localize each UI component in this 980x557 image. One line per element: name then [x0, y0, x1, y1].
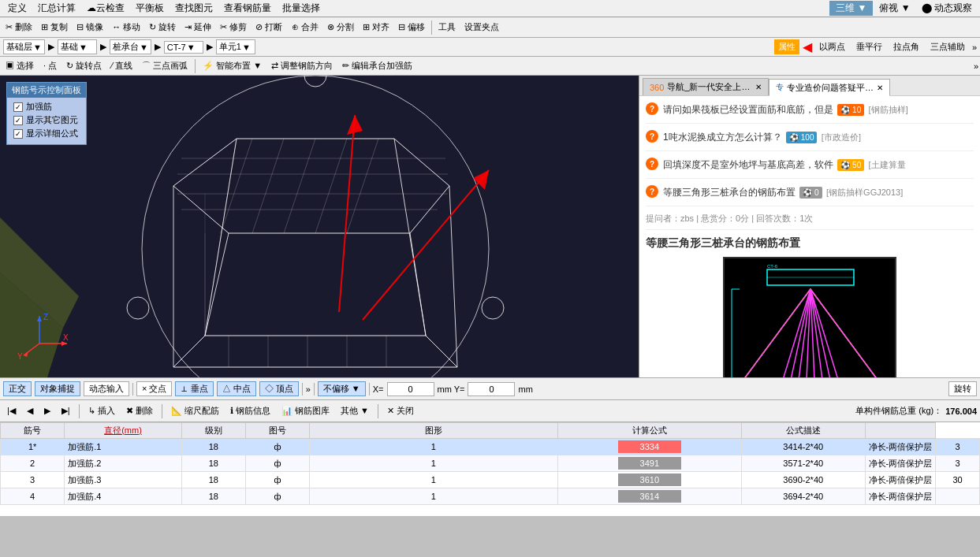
btn-rebar-chart[interactable]: 📊 钢筋图库	[278, 403, 333, 418]
cell-id: 2	[1, 455, 65, 472]
btn-insert-row[interactable]: ↳ 插入	[84, 403, 119, 418]
menu-batch-select[interactable]: 批量选择	[278, 1, 325, 16]
layer-dropdown-2[interactable]: 基础▼	[58, 39, 97, 54]
btn-prev[interactable]: ◀	[23, 404, 37, 418]
btn-move[interactable]: ↔ 移动	[108, 20, 144, 35]
btn-delete-row[interactable]: ✖ 删除	[122, 403, 157, 418]
btn-delete[interactable]: ✂ 删除	[2, 20, 36, 35]
more-snap[interactable]: »	[974, 61, 978, 71]
checkbox-3[interactable]	[13, 129, 23, 139]
btn-close-panel[interactable]: ✕ 关闭	[383, 403, 418, 418]
qa-icon-1: ?	[646, 102, 658, 115]
btn-pull-angle[interactable]: 拉点角	[889, 39, 923, 54]
btn-three-point[interactable]: 三点辅助	[926, 39, 969, 54]
btn-break[interactable]: ⊘ 打断	[252, 20, 286, 35]
cell-shape: 3334	[557, 439, 741, 455]
btn-last[interactable]: ▶|	[58, 404, 74, 418]
btn-set-grip[interactable]: 设置夹点	[460, 20, 503, 35]
btn-parallel[interactable]: 垂平行	[852, 39, 886, 54]
cell-diameter: 18	[181, 472, 245, 488]
btn-offset[interactable]: ⊟ 偏移	[394, 20, 429, 35]
tab-360[interactable]: 360 导航_新一代安全上网导航 ✕	[643, 78, 769, 95]
btn-mirror[interactable]: ⊟ 镜像	[73, 20, 107, 35]
qa-text-1: 请问如果筏板已经设置面筋和底筋，但是 ⚽ 10 [钢筋抽样]	[663, 102, 974, 117]
cell-grade: ф	[245, 439, 309, 455]
cell-name: 加强筋.3	[65, 472, 181, 488]
tab-glodon-close[interactable]: ✕	[877, 84, 883, 92]
table-row: 2 加强筋.2 18 ф 1 3491 3571-2*40 净长-两倍保护层 3	[1, 455, 980, 472]
x-unit: mm Y=	[438, 384, 465, 394]
cell-diameter: 18	[181, 488, 245, 505]
btn-extend[interactable]: ⇥ 延伸	[181, 20, 215, 35]
btn-trim[interactable]: ✂ 修剪	[216, 20, 251, 35]
th-desc: 公式描述	[741, 423, 865, 439]
btn-line[interactable]: ∕ 直线	[107, 58, 136, 73]
btn-intersect[interactable]: × 交点	[136, 381, 172, 396]
btn-split[interactable]: ⊗ 分割	[323, 20, 358, 35]
btn-smart-layout[interactable]: ⚡ 智能布置 ▼	[199, 58, 266, 73]
layer-dropdown-4[interactable]: CT-7▼	[164, 41, 203, 54]
cad-3d-viewport: 2 Z X Y	[0, 76, 639, 377]
more-snap-btn[interactable]: »	[306, 384, 311, 394]
layer-dropdown-1[interactable]: 基础层▼	[3, 39, 45, 54]
btn-rebar-info[interactable]: ℹ 钢筋信息	[226, 403, 274, 418]
menu-calc[interactable]: 汇总计算	[33, 1, 80, 16]
btn-object-snap[interactable]: 对象捕捉	[35, 381, 80, 396]
cell-extra	[936, 488, 980, 505]
btn-arc[interactable]: ⌒ 三点画弧	[138, 58, 192, 73]
svg-text:CT-6: CT-6	[767, 264, 778, 269]
tab-glodon[interactable]: 专 专业造价问题答疑平台-厂联达... ✕	[769, 79, 890, 96]
btn-other[interactable]: 其他 ▼	[337, 403, 373, 418]
menu-balance[interactable]: 平衡板	[131, 1, 169, 16]
menu-top-view[interactable]: 俯视 ▼	[874, 1, 915, 16]
tab-360-close[interactable]: ✕	[755, 83, 762, 91]
btn-dynamic-input[interactable]: 动态输入	[84, 381, 129, 396]
data-table-container[interactable]: 筋号 直径(mm) 级别 图号 图形 计算公式 公式描述 1* 加强筋.1 18…	[0, 421, 980, 516]
btn-midpoint[interactable]: △ 中点	[217, 381, 256, 396]
y-input[interactable]	[468, 382, 515, 396]
cell-grade: ф	[245, 455, 309, 472]
th-extra	[865, 423, 936, 439]
btn-edit-cap[interactable]: ✏ 编辑承台加强筋	[338, 58, 416, 73]
btn-tools[interactable]: 工具	[434, 20, 460, 35]
checkbox-2[interactable]	[13, 116, 23, 125]
layer-dropdown-5[interactable]: 单元1▼	[216, 39, 255, 54]
btn-scale-rebar[interactable]: 📐 缩尺配筋	[167, 403, 223, 418]
btn-endpoint[interactable]: ◇ 顶点	[259, 381, 299, 396]
web-content-area[interactable]: ? 请问如果筏板已经设置面筋和底筋，但是 ⚽ 10 [钢筋抽样] ? 1吨水泥换…	[639, 96, 980, 377]
btn-no-offset[interactable]: 不偏移 ▼	[318, 381, 366, 396]
btn-merge[interactable]: ⊕ 合并	[288, 20, 322, 35]
btn-rotate[interactable]: ↻ 旋转	[145, 20, 180, 35]
btn-rotate-mode[interactable]: 旋转	[948, 381, 977, 396]
menu-dynamic[interactable]: ⬤ 动态观察	[917, 1, 977, 16]
menu-3d[interactable]: 三维 ▼	[829, 1, 873, 16]
btn-point[interactable]: · 点	[39, 58, 61, 73]
cell-shape: 3614	[557, 488, 741, 505]
btn-rotate-point[interactable]: ↻ 旋转点	[62, 58, 106, 73]
btn-orthogonal[interactable]: 正交	[3, 381, 32, 396]
btn-align[interactable]: ⊞ 对齐	[359, 20, 393, 35]
sep-data-2	[162, 404, 162, 418]
btn-perp[interactable]: ⊥ 垂点	[175, 381, 213, 396]
btn-two-point[interactable]: 以两点	[815, 39, 849, 54]
btn-next[interactable]: ▶	[40, 404, 54, 418]
btn-copy[interactable]: ⊞ 复制	[37, 20, 72, 35]
control-item-2[interactable]: 显示其它图元	[13, 114, 80, 126]
menu-define[interactable]: 定义	[3, 1, 32, 16]
menu-find[interactable]: 查找图元	[170, 1, 218, 16]
btn-adjust-dir[interactable]: ⇄ 调整钢筋方向	[267, 58, 337, 73]
btn-property[interactable]: 属性	[774, 39, 799, 54]
layer-dropdown-3[interactable]: 桩承台▼	[110, 39, 151, 54]
btn-first[interactable]: |◀	[3, 404, 20, 418]
control-item-3[interactable]: 显示详细公式	[13, 128, 80, 139]
more-btn[interactable]: »	[972, 43, 977, 52]
checkbox-1[interactable]	[13, 102, 23, 112]
btn-select[interactable]: ▣ 选择	[2, 58, 38, 73]
menu-cloud-check[interactable]: ☁云检查	[82, 1, 129, 16]
control-item-1[interactable]: 加强筋	[13, 101, 80, 113]
sep-data-3	[378, 404, 378, 418]
th-grade: 级别	[181, 423, 245, 439]
x-input[interactable]	[387, 382, 434, 396]
menu-view-rebar[interactable]: 查看钢筋量	[219, 1, 276, 16]
cell-id: 1*	[1, 439, 65, 455]
